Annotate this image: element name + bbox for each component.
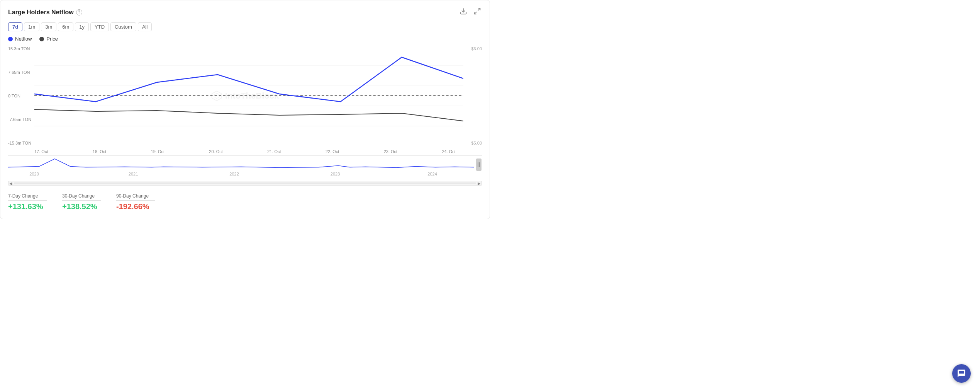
legend-item-price: Price xyxy=(39,36,58,42)
mini-chart-svg: 2020 2021 2022 2023 2024 xyxy=(8,156,474,178)
stat-value: -192.66% xyxy=(116,202,155,211)
svg-text:2020: 2020 xyxy=(29,172,39,176)
time-filter-ytd[interactable]: YTD xyxy=(90,22,109,31)
main-chart: 15.3m TON7.65m TON0 TON-7.65m TON-15.3m … xyxy=(8,46,482,146)
stat-label: 30-Day Change xyxy=(62,193,101,201)
chart-svg xyxy=(34,46,463,146)
y-axis-left: 15.3m TON7.65m TON0 TON-7.65m TON-15.3m … xyxy=(8,46,33,146)
legend-item-netflow: Netflow xyxy=(8,36,32,42)
x-axis-labels: 17. Oct18. Oct19. Oct20. Oct21. Oct22. O… xyxy=(8,148,482,154)
svg-text:2022: 2022 xyxy=(229,172,239,176)
y-axis-left-label: 15.3m TON xyxy=(8,46,33,51)
time-filter-1m[interactable]: 1m xyxy=(24,22,39,31)
time-filter-7d[interactable]: 7d xyxy=(8,22,22,31)
time-filter-1y[interactable]: 1y xyxy=(75,22,89,31)
help-icon[interactable]: ? xyxy=(76,9,82,15)
y-axis-right-label: $5.00 xyxy=(465,141,482,145)
stat-item: 90-Day Change -192.66% xyxy=(116,193,155,211)
x-axis-label: 22. Oct xyxy=(326,149,339,154)
stat-value: +131.63% xyxy=(8,202,47,211)
main-card: Large Holders Netflow ? 7d xyxy=(0,0,490,219)
card-header: Large Holders Netflow ? xyxy=(8,7,482,18)
x-axis-label: 20. Oct xyxy=(209,149,222,154)
x-axis-label: 24. Oct xyxy=(442,149,455,154)
svg-line-1 xyxy=(478,9,480,11)
scroll-track xyxy=(14,182,476,184)
x-axis-label: 18. Oct xyxy=(93,149,106,154)
legend-dot xyxy=(39,37,44,41)
y-axis-right: $6.00$5.00 xyxy=(465,46,482,146)
mini-chart-handle xyxy=(476,156,482,173)
legend: Netflow Price xyxy=(8,36,482,42)
card-title: Large Holders Netflow ? xyxy=(8,9,82,16)
scroll-right-arrow[interactable]: ▶ xyxy=(478,181,481,186)
time-filter-custom[interactable]: Custom xyxy=(110,22,136,31)
stats-section: 7-Day Change +131.63%30-Day Change +138.… xyxy=(8,190,482,211)
x-axis-label: 23. Oct xyxy=(384,149,397,154)
y-axis-right-label: $6.00 xyxy=(465,46,482,51)
legend-dot xyxy=(8,37,13,41)
x-axis-label: 21. Oct xyxy=(267,149,281,154)
stat-item: 7-Day Change +131.63% xyxy=(8,193,47,211)
stat-value: +138.52% xyxy=(62,202,101,211)
svg-text:2023: 2023 xyxy=(331,172,340,176)
stat-label: 7-Day Change xyxy=(8,193,47,201)
title-text: Large Holders Netflow xyxy=(8,9,74,16)
time-filter-3m[interactable]: 3m xyxy=(41,22,56,31)
svg-text:2021: 2021 xyxy=(129,172,138,176)
legend-label: Price xyxy=(46,36,58,42)
time-filters: 7d1m3m6m1yYTDCustomAll xyxy=(8,22,482,31)
time-filter-all[interactable]: All xyxy=(138,22,152,31)
svg-text:2024: 2024 xyxy=(427,172,437,176)
mini-chart: 2020 2021 2022 2023 2024 xyxy=(8,155,482,178)
stat-item: 30-Day Change +138.52% xyxy=(62,193,101,211)
x-axis-label: 17. Oct xyxy=(34,149,48,154)
expand-button[interactable] xyxy=(473,7,482,18)
download-button[interactable] xyxy=(459,7,468,18)
stat-label: 90-Day Change xyxy=(116,193,155,201)
y-axis-left-label: 7.65m TON xyxy=(8,70,33,75)
scroll-left-arrow[interactable]: ◀ xyxy=(9,181,12,186)
time-filter-6m[interactable]: 6m xyxy=(58,22,73,31)
y-axis-left-label: -15.3m TON xyxy=(8,141,33,145)
header-actions xyxy=(459,7,482,18)
y-axis-left-label: -7.65m TON xyxy=(8,117,33,122)
svg-line-2 xyxy=(475,12,477,14)
legend-label: Netflow xyxy=(15,36,32,42)
scroll-bar[interactable]: ◀ ▶ xyxy=(8,181,482,186)
x-axis-label: 19. Oct xyxy=(151,149,164,154)
y-axis-left-label: 0 TON xyxy=(8,94,33,98)
